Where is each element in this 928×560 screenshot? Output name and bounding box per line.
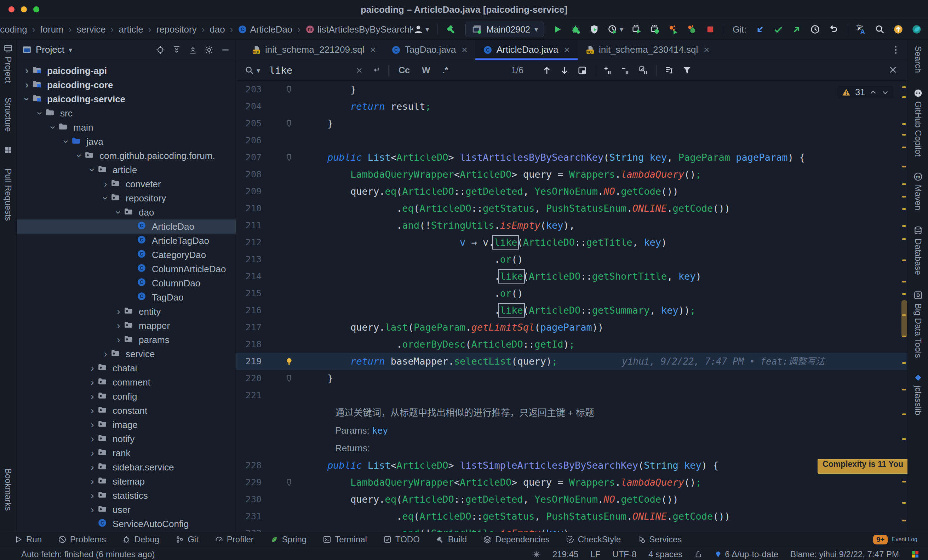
more-tabs-options-icon[interactable]	[891, 40, 907, 60]
gutter[interactable]	[281, 166, 297, 183]
close-tab-icon[interactable]: ×	[461, 44, 467, 56]
line-number[interactable]: 219	[236, 353, 261, 370]
remove-occurrence-button[interactable]	[621, 66, 631, 75]
status-widget[interactable]	[911, 550, 919, 558]
gutter[interactable]	[281, 302, 297, 319]
chevron-right-icon[interactable]: ›	[87, 419, 98, 430]
line-number[interactable]: 205	[236, 115, 261, 132]
gutter[interactable]	[281, 200, 297, 217]
gutter[interactable]	[281, 234, 297, 251]
build-hammer-button[interactable]	[446, 24, 457, 35]
rerun-button[interactable]	[632, 24, 642, 34]
tree-item[interactable]: CColumnArticleDao	[17, 262, 236, 276]
status-widget[interactable]: UTF-8	[612, 549, 636, 559]
run-button[interactable]	[553, 24, 562, 34]
tool-stripe-button-maven[interactable]: mMaven	[913, 172, 923, 210]
chevron-right-icon[interactable]: ›	[87, 476, 98, 487]
editor-tab[interactable]: CTagDao.java×	[384, 40, 475, 60]
code-line[interactable]: 220 }	[236, 370, 907, 387]
code-line[interactable]: 204 return result;	[236, 98, 907, 115]
status-widget[interactable]: LF	[590, 549, 600, 559]
tree-item[interactable]: ›com.github.paicoding.forum.	[17, 149, 236, 163]
toolwindow-button-debug[interactable]: Debug	[122, 534, 159, 545]
git-commit-button[interactable]	[773, 24, 783, 34]
chevron-down-icon[interactable]: ›	[87, 165, 98, 175]
hide-panel-icon[interactable]	[221, 45, 230, 55]
status-widget[interactable]	[533, 551, 540, 558]
run-coverage-button[interactable]	[589, 24, 599, 34]
tool-stripe-button-project[interactable]: Project	[3, 44, 13, 83]
toolwindow-button-run[interactable]: Run	[14, 534, 42, 545]
line-number[interactable]: 228	[236, 457, 261, 474]
close-tab-icon[interactable]: ×	[564, 44, 570, 56]
chevron-right-icon[interactable]: ›	[100, 179, 111, 190]
editor-tab[interactable]: SQLinit_schema_221209.sql×	[244, 40, 384, 60]
gutter[interactable]	[281, 81, 297, 98]
gutter[interactable]	[281, 132, 297, 149]
line-number[interactable]: 208	[236, 166, 261, 183]
code-line[interactable]: 218 .orderByDesc(ArticleDO::getId);	[236, 336, 907, 353]
close-window-button[interactable]	[9, 6, 15, 12]
code-line[interactable]: 211 .and(!StringUtils.isEmpty(key),	[236, 217, 907, 234]
code-line[interactable]: 203 }	[236, 81, 907, 98]
tree-item[interactable]: CCategoryDao	[17, 248, 236, 262]
line-number[interactable]: 218	[236, 336, 261, 353]
collapse-all-icon[interactable]	[188, 45, 197, 55]
gutter[interactable]	[281, 217, 297, 234]
tree-item[interactable]: CArticleDao	[17, 220, 236, 233]
code-line[interactable]: 208 LambdaQueryWrapper<ArticleDO> query …	[236, 166, 907, 183]
error-stripe[interactable]	[901, 81, 907, 532]
editor-tab[interactable]: CArticleDao.java×	[475, 40, 578, 60]
line-number[interactable]: 212	[236, 234, 261, 251]
tree-item[interactable]: CColumnDao	[17, 276, 236, 290]
code-line[interactable]: 210 .eq(ArticleDO::getStatus, PushStatus…	[236, 200, 907, 217]
next-warning-icon[interactable]	[881, 89, 889, 96]
tool-stripe-button-jclasslib[interactable]: jclasslib	[913, 374, 923, 415]
complexity-hint-badge[interactable]: Complexity is 11 You	[818, 459, 907, 474]
event-log-button[interactable]: 9+Event Log	[873, 535, 928, 545]
breadcrumb-item[interactable]: article	[119, 24, 143, 35]
code-line[interactable]: 213 .or()	[236, 251, 907, 268]
words-toggle[interactable]: W	[420, 64, 432, 76]
toolwindow-button-todo[interactable]: TODO	[383, 534, 420, 545]
debug-button[interactable]	[571, 24, 581, 34]
editor-tab[interactable]: SQLinit_schema_230414.sql×	[578, 40, 717, 60]
select-all-occurrences-button[interactable]	[638, 66, 649, 75]
status-widget[interactable]: 4 spaces	[649, 549, 682, 559]
git-update-button[interactable]	[755, 24, 765, 34]
chevron-down-icon[interactable]: ›	[73, 150, 85, 161]
chevron-right-icon[interactable]: ›	[87, 504, 98, 516]
chevron-right-icon[interactable]: ›	[113, 320, 124, 331]
code-line[interactable]: 212 v → v.like(ArticleDO::getTitle, key)	[236, 234, 907, 251]
chevron-right-icon[interactable]: ›	[87, 447, 98, 459]
chevron-right-icon[interactable]: ›	[87, 377, 98, 388]
gutter[interactable]	[281, 285, 297, 302]
code-line[interactable]: 215 .or()	[236, 285, 907, 302]
chevron-down-icon[interactable]: ▾	[69, 46, 72, 54]
code-line[interactable]: 228 public List<ArticleDO> listSimpleArt…	[236, 457, 907, 474]
upgrade-button[interactable]	[893, 24, 903, 34]
breadcrumb-item[interactable]: mlistArticlesByBySearchKey	[305, 24, 414, 35]
line-number[interactable]: 229	[236, 474, 261, 491]
tree-item[interactable]: ›article	[17, 163, 236, 177]
chevron-right-icon[interactable]: ›	[87, 433, 98, 445]
gutter[interactable]	[281, 353, 297, 370]
find-next-button[interactable]	[560, 66, 569, 75]
chevron-right-icon[interactable]: ›	[100, 348, 111, 360]
rerun-debug-button[interactable]	[650, 24, 660, 34]
tool-stripe-button-bookmarks[interactable]: Bookmarks	[3, 468, 13, 511]
tree-item[interactable]: ›repository	[17, 191, 236, 205]
chevron-right-icon[interactable]: ›	[87, 462, 98, 473]
tool-stripe-button-search[interactable]: Search	[913, 46, 923, 73]
stop-button[interactable]	[705, 24, 715, 34]
chevron-right-icon[interactable]: ›	[87, 363, 98, 374]
add-occurrence-button[interactable]	[603, 66, 613, 75]
gutter[interactable]	[281, 98, 297, 115]
tool-stripe-button-big-data-tools[interactable]: DBig Data Tools	[913, 291, 923, 358]
find-in-selection-button[interactable]	[577, 66, 587, 75]
maximize-window-button[interactable]	[33, 6, 39, 12]
line-number[interactable]: 209	[236, 183, 261, 200]
chevron-down-icon[interactable]: ›	[100, 193, 111, 203]
tool-stripe-button-pull-requests[interactable]: Pull Requests	[3, 168, 13, 221]
git-push-button[interactable]	[792, 24, 802, 34]
